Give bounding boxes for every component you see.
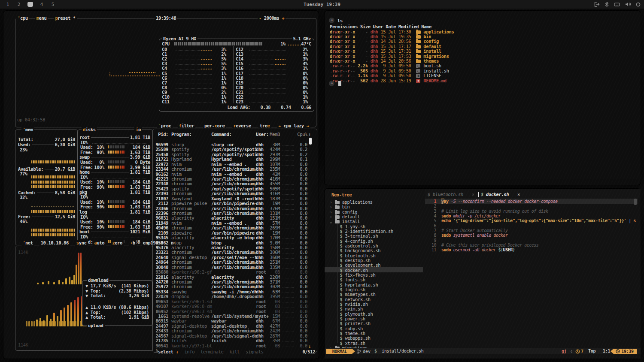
- tree-item-desktop.sh[interactable]: $ desktop.sh: [325, 258, 425, 263]
- process-row[interactable]: 95345alacrittyalacritty -e btopdhh170M0.…: [154, 235, 313, 240]
- terminate-button[interactable]: terminate: [200, 349, 223, 354]
- process-row[interactable]: 24567signal-desktop/usr/lib/signal-dedhh…: [154, 333, 313, 338]
- process-row[interactable]: 95376alacrittyalacrittydhh158M0.0: [154, 245, 313, 250]
- tree-item-theme.sh[interactable]: $ theme.sh: [325, 331, 425, 336]
- net-auto-button[interactable]: auto: [93, 240, 106, 245]
- kill-button[interactable]: kill: [229, 349, 240, 354]
- process-row[interactable]: 95334swaybgswaybg -i /home/dhdhh63M0.0: [154, 289, 313, 294]
- process-row[interactable]: 49496chromium/usr/lib/chromium/dhh269M0.…: [154, 225, 313, 230]
- editor-scrollbar[interactable]: [634, 199, 637, 205]
- info-button[interactable]: info: [184, 349, 194, 354]
- per-core-toggle[interactable]: per-core: [203, 123, 226, 128]
- filter-button[interactable]: filter: [178, 123, 196, 128]
- process-row[interactable]: 25423spotify/opt/spotify/spotidhh505M0.0: [154, 186, 313, 191]
- process-row[interactable]: 24640signal-desktop/proc/self/exe --tdhh…: [154, 255, 313, 259]
- code-line[interactable]: # Give this user privileged Docker acces…: [441, 243, 538, 248]
- process-row[interactable]: 21807XwaylandXwayland :0 -rootldhh187M0.…: [154, 196, 313, 201]
- record-icon[interactable]: [636, 2, 641, 7]
- tree-item-hyprlandia.sh[interactable]: $ hyprlandia.sh: [325, 282, 425, 287]
- tree-item-fix-fkeys.sh[interactable]: $ fix-fkeys.sh: [325, 272, 425, 278]
- tree-item-fonts.sh[interactable]: $ fonts.sh: [325, 277, 425, 282]
- tab-close-icon[interactable]: ×: [509, 192, 520, 197]
- terminal-cursor[interactable]: [338, 81, 341, 86]
- code-line[interactable]: sudo usermod -aG docker ${USER}: [441, 247, 515, 253]
- process-row[interactable]: 96162nvimnvim --embed .dhh42M0.0: [154, 172, 313, 176]
- process-row[interactable]: 86952kworker/u96:3-sdroot0B0.0: [154, 309, 313, 314]
- tree-item-2-identification.sh[interactable]: $ 2-identification.sh: [325, 229, 425, 234]
- process-row[interactable]: 22972nvimnvim --embed .dhh107M0.0: [154, 162, 313, 166]
- process-row[interactable]: 25972chromium/usr/lib/chromium/dhh302M0.…: [154, 284, 313, 289]
- process-row[interactable]: 30040chromium/usr/lib/chromium/dhh335M0.…: [154, 265, 313, 269]
- code-line[interactable]: # Limit log size to avoid running out of…: [441, 209, 548, 214]
- process-row[interactable]: 31949nvimnvim --embed .dhh57M0.0: [154, 220, 313, 225]
- process-row[interactable]: 23344chromium/usr/lib/chromium/dhh235M0.…: [154, 166, 313, 171]
- tree-item-plymouth.sh[interactable]: $ plymouth.sh: [325, 311, 425, 317]
- process-row[interactable]: 21721HyprlandHyprlanddhh299M0.1: [154, 157, 313, 161]
- code-line[interactable]: # Start Docker automatically: [441, 228, 508, 233]
- process-row[interactable]: 86915waybarwaybardhh67M0.0: [154, 318, 313, 323]
- tree-item-nvim.sh[interactable]: $ nvim.sh: [325, 306, 425, 311]
- process-row[interactable]: 24497signal-desktopsignal-desktopdhh427M…: [154, 323, 313, 328]
- code-line[interactable]: sudo mkdir -p /etc/docker: [441, 214, 501, 219]
- update-interval[interactable]: - 2000ms +: [258, 15, 286, 21]
- tree-item-webapps.sh[interactable]: $ webapps.sh: [325, 335, 425, 341]
- process-row[interactable]: 96599slurpslurp -ordhh38M0.0: [154, 142, 313, 147]
- bluetooth-icon[interactable]: [605, 2, 609, 7]
- process-row[interactable]: 25458spotify/opt/spotify/spotidhh297M0.2: [154, 152, 313, 157]
- process-row[interactable]: 25589spotify/opt/spotify/spotidhh424M0.2: [154, 147, 313, 151]
- tree-item-mimetypes.sh[interactable]: $ mimetypes.sh: [325, 292, 425, 297]
- logout-icon[interactable]: [594, 2, 600, 7]
- net-prev-button[interactable]: ‹b: [129, 240, 137, 245]
- tree-item-config[interactable]: › config: [325, 209, 425, 214]
- process-row[interactable]: 2112pipewire-pulse/usr/bin/pipewire-dhh1…: [154, 201, 313, 205]
- code-line[interactable]: yay -S --noconfirm --needed docker docke…: [441, 199, 558, 204]
- tree-item-bluetooth.sh[interactable]: $ bluetooth.sh: [325, 253, 425, 258]
- process-row[interactable]: 89653kworker/u96:1-sdroot0B0.0: [154, 299, 313, 304]
- select-button[interactable]: select ↓: [158, 349, 178, 354]
- tree-item-backgrounds.sh[interactable]: $ backgrounds.sh: [325, 248, 425, 253]
- menu-button[interactable]: menu: [35, 15, 48, 21]
- process-row[interactable]: 22029dropbox/home/dhh/.dropboxdhh395M0.0: [154, 294, 313, 299]
- process-row[interactable]: 1661systemd-resolve/usr/lib/systemd/ssys…: [154, 314, 313, 318]
- tree-item-nvidia.sh[interactable]: $ nvidia.sh: [325, 302, 425, 307]
- tab-bluetooth.sh[interactable]: $ bluetooth.sh ×: [428, 192, 474, 197]
- tree-item-applications[interactable]: › applications: [325, 199, 425, 205]
- tree-item-4-config.sh[interactable]: $ 4-config.sh: [325, 238, 425, 244]
- process-row[interactable]: 23321chromium/usr/lib/chromium/dhh306M0.…: [154, 250, 313, 254]
- tree-item-printer.sh[interactable]: $ printer.sh: [325, 321, 425, 326]
- net-zero-button[interactable]: zero: [111, 240, 124, 245]
- tree-item-ruby.sh[interactable]: $ ruby.sh: [325, 326, 425, 331]
- tree-item-xtras.sh[interactable]: $ xtras.sh: [325, 341, 425, 346]
- tree-item-3-terminal.sh[interactable]: $ 3-terminal.sh: [325, 233, 425, 238]
- process-row[interactable]: 22393chromium/usr/lib/chromium/dhh416M0.…: [154, 191, 313, 196]
- tab-close-icon[interactable]: ×: [463, 192, 474, 197]
- process-row[interactable]: 42223chromium/usr/lib/chromium/dhh416M0.…: [154, 176, 313, 181]
- process-row[interactable]: 22348chromium/usr/lib/chromium/dhh455M0.…: [154, 181, 313, 186]
- process-row[interactable]: 22816alacrittyalacrittydhh226M0.0: [154, 275, 313, 279]
- process-row[interactable]: 95362btopbtopdhh9.0M0.0: [154, 240, 313, 245]
- tree-item-default[interactable]: › default: [325, 214, 425, 219]
- code-line[interactable]: echo '{"log-driver":"json-file","log-opt…: [441, 218, 636, 223]
- proc-nav[interactable]: ← cpu lazy →: [277, 123, 310, 128]
- process-row[interactable]: 96031alacrittyalacrittydhh151M0.0: [154, 215, 313, 220]
- tab-docker.sh[interactable]: $ docker.sh ×: [481, 192, 520, 197]
- tree-item-asdcontrol.sh[interactable]: $ asdcontrol.sh: [325, 243, 425, 248]
- tree-toggle[interactable]: tree: [258, 123, 271, 128]
- signals-button[interactable]: signals: [246, 349, 263, 354]
- tree-item-install[interactable]: ⌄ install: [325, 219, 425, 224]
- tree-item-login.sh[interactable]: $ login.sh: [325, 287, 425, 292]
- tree-item-1-yay.sh[interactable]: $ 1-yay.sh: [325, 224, 425, 229]
- process-row[interactable]: 23366chromium/usr/lib/chromium/dhh376M0.…: [154, 206, 313, 211]
- volume-icon[interactable]: [625, 2, 631, 7]
- process-row[interactable]: 2109pipewire/usr/bin/pipewiredhh19M0.0: [154, 230, 313, 235]
- tree-item-bin[interactable]: › bin: [325, 204, 425, 209]
- process-row[interactable]: 49107kworker/u96:0-dmroot0B0.0: [154, 304, 313, 308]
- cpu-box-title[interactable]: 'cpu: [16, 15, 29, 21]
- process-row[interactable]: 24964chromium/usr/lib/chromium/dhh251M0.…: [154, 259, 313, 264]
- process-row[interactable]: 21785fcitx5fcitx5dhh35M0.0: [154, 338, 313, 343]
- disks-io-toggle[interactable]: io: [134, 127, 142, 132]
- process-row[interactable]: 23433chromium/usr/lib/chromium/dhh242M0.…: [154, 328, 313, 333]
- reverse-toggle[interactable]: reverse: [232, 123, 252, 128]
- process-row[interactable]: 90541kworker/u97:1-btroot0B0.0: [154, 343, 313, 348]
- process-row[interactable]: 93680kworker/u96:2-gfroot0B0.0: [154, 269, 313, 274]
